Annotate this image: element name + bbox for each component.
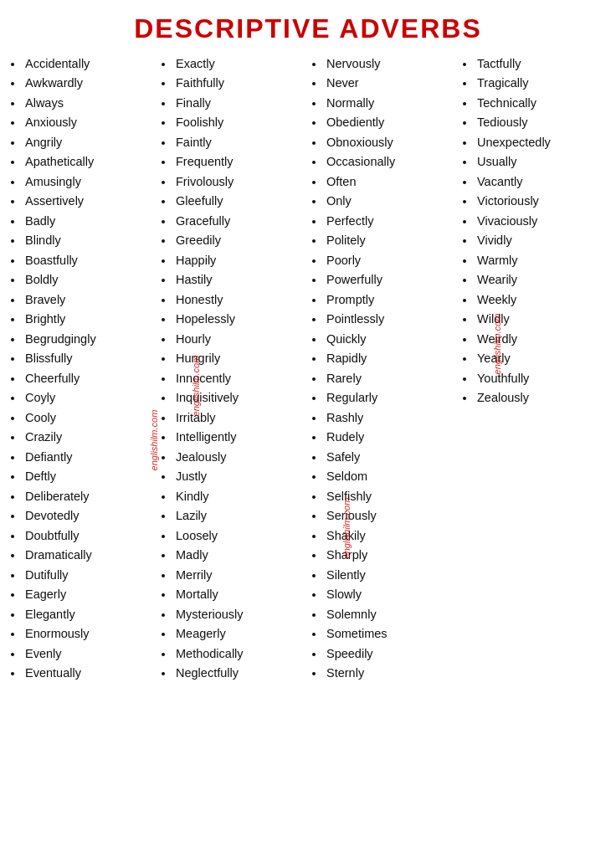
list-item: Quickly <box>325 330 457 349</box>
list-item: Regularly <box>325 388 457 408</box>
list-item: Dutifully <box>23 566 156 585</box>
list-item: Rapidly <box>325 349 457 368</box>
list-item: Intelligently <box>174 428 306 447</box>
list-item: Meagerly <box>174 624 306 644</box>
list-item: Dramatically <box>23 546 156 565</box>
list-item: Neglectfully <box>174 664 306 683</box>
list-item: Inquisitively <box>174 388 306 408</box>
list-item: Eventually <box>23 664 156 683</box>
column-1: AccidentallyAwkwardlyAlwaysAnxiouslyAngr… <box>7 54 157 684</box>
list-item: Faithfully <box>174 74 306 93</box>
list-item: Rashly <box>325 408 457 428</box>
list-item: Finally <box>174 94 306 113</box>
list-item: Deftly <box>23 467 156 486</box>
list-item: Hastily <box>174 270 306 290</box>
column-1-list: AccidentallyAwkwardlyAlwaysAnxiouslyAngr… <box>8 54 156 684</box>
list-item: Gracefully <box>174 212 306 231</box>
list-item: Obnoxiously <box>325 133 457 152</box>
list-item: Coyly <box>23 388 156 408</box>
column-4: englishilm.com TactfullyTragicallyTechni… <box>459 54 609 684</box>
list-item: Tactfully <box>475 54 608 74</box>
list-item: Unexpectedly <box>475 133 608 152</box>
list-item: Zealously <box>475 388 608 408</box>
list-item: Rudely <box>325 428 457 447</box>
list-item: Only <box>325 192 457 211</box>
list-item: Vividly <box>475 231 608 250</box>
list-item: Innocently <box>174 369 306 388</box>
list-item: Begrudgingly <box>23 330 156 349</box>
list-item: Safely <box>325 448 457 467</box>
list-item: Speedily <box>325 644 457 664</box>
list-item: Exactly <box>174 54 306 74</box>
list-item: Anxiously <box>23 113 156 132</box>
list-item: Mortally <box>174 585 306 604</box>
list-item: Sometimes <box>325 624 457 644</box>
list-item: Cooly <box>23 408 156 428</box>
column-4-list: TactfullyTragicallyTechnicallyTediouslyU… <box>460 54 608 408</box>
list-item: Vacantly <box>475 172 608 192</box>
list-item: Never <box>325 74 457 93</box>
list-item: Perfectly <box>325 212 457 231</box>
list-item: Accidentally <box>23 54 156 74</box>
list-item: Apathetically <box>23 152 156 172</box>
list-item: Madly <box>174 546 306 565</box>
list-item: Bravely <box>23 290 156 310</box>
list-item: Defiantly <box>23 448 156 467</box>
list-item: Wearily <box>475 270 608 290</box>
list-item: Justly <box>174 467 306 486</box>
list-item: Weekly <box>475 290 608 310</box>
list-item: Lazily <box>174 506 306 526</box>
list-item: Devotedly <box>23 506 156 526</box>
list-item: Victoriously <box>475 192 608 211</box>
column-3-list: NervouslyNeverNormallyObedientlyObnoxiou… <box>310 54 457 684</box>
page-title: DESCRIPTIVE ADVERBS <box>7 8 609 44</box>
list-item: Yearly <box>475 349 608 368</box>
list-item: Doubtfully <box>23 526 156 546</box>
list-item: Amusingly <box>23 172 156 192</box>
list-item: Hourly <box>174 330 306 349</box>
list-item: Shakily <box>325 526 457 546</box>
list-item: Frivolously <box>174 172 306 192</box>
list-item: Promptly <box>325 290 457 310</box>
list-item: Hopelessly <box>174 310 306 329</box>
column-2-list: ExactlyFaithfullyFinallyFoolishlyFaintly… <box>159 54 306 684</box>
list-item: Warmly <box>475 251 608 270</box>
list-item: Gleefully <box>174 192 306 211</box>
list-item: Wildly <box>475 310 608 329</box>
list-item: Brightly <box>23 310 156 329</box>
list-item: Pointlessly <box>325 310 457 329</box>
list-item: Boldly <box>23 270 156 290</box>
adverbs-columns: AccidentallyAwkwardlyAlwaysAnxiouslyAngr… <box>7 54 609 684</box>
list-item: Youthfully <box>475 369 608 388</box>
list-item: Awkwardly <box>23 74 156 93</box>
list-item: Sternly <box>325 664 457 683</box>
list-item: Nervously <box>325 54 457 74</box>
list-item: Honestly <box>174 290 306 310</box>
list-item: Evenly <box>23 644 156 664</box>
list-item: Kindly <box>174 487 306 506</box>
list-item: Happily <box>174 251 306 270</box>
list-item: Badly <box>23 212 156 231</box>
list-item: Rarely <box>325 369 457 388</box>
list-item: Loosely <box>174 526 306 546</box>
list-item: Blissfully <box>23 349 156 368</box>
list-item: Merrily <box>174 566 306 585</box>
list-item: Technically <box>475 94 608 113</box>
list-item: Selfishly <box>325 487 457 506</box>
list-item: Usually <box>475 152 608 172</box>
list-item: Occasionally <box>325 152 457 172</box>
list-item: Crazily <box>23 428 156 447</box>
list-item: Greedily <box>174 231 306 250</box>
list-item: Normally <box>325 94 457 113</box>
list-item: Enormously <box>23 624 156 644</box>
list-item: Always <box>23 94 156 113</box>
column-2: englishilm.com ExactlyFaithfullyFinallyF… <box>157 54 308 684</box>
list-item: Tragically <box>475 74 608 93</box>
list-item: Slowly <box>325 585 457 604</box>
list-item: Mysteriously <box>174 605 306 624</box>
list-item: Weirdly <box>475 330 608 349</box>
list-item: Angrily <box>23 133 156 152</box>
list-item: Blindly <box>23 231 156 250</box>
list-item: Jealously <box>174 448 306 467</box>
list-item: Cheerfully <box>23 369 156 388</box>
